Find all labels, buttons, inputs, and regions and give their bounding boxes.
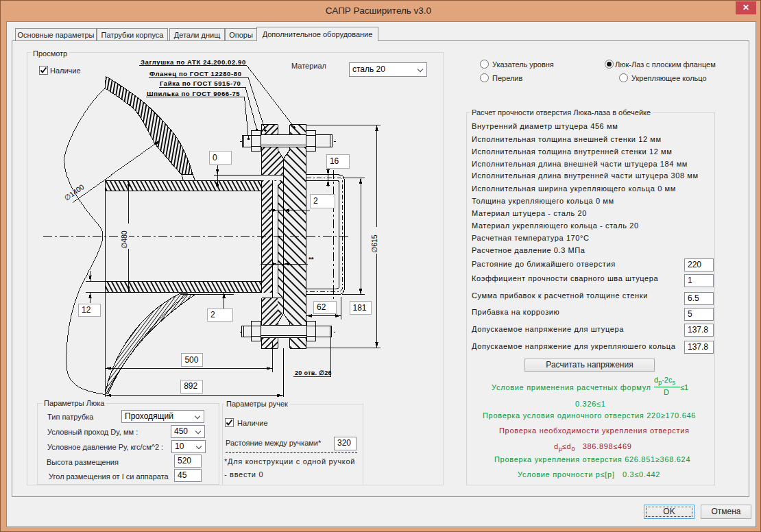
svg-text:**: ** (309, 255, 314, 263)
svg-text:Гайка по ГОСТ 5915-70: Гайка по ГОСТ 5915-70 (160, 80, 241, 87)
svg-text:∅1400: ∅1400 (62, 182, 86, 202)
svg-text:Фланец по ГОСТ 12280-80: Фланец по ГОСТ 12280-80 (149, 70, 242, 77)
svg-text:Шпилька по ГОСТ 9066-75: Шпилька по ГОСТ 9066-75 (147, 90, 240, 97)
svg-text:∅480: ∅480 (120, 230, 128, 249)
svg-text:20 отв. ∅26: 20 отв. ∅26 (295, 370, 332, 376)
svg-text:Заглушка по АТК 24.200.02.90: Заглушка по АТК 24.200.02.90 (141, 58, 246, 66)
svg-text:∅615: ∅615 (370, 234, 378, 253)
